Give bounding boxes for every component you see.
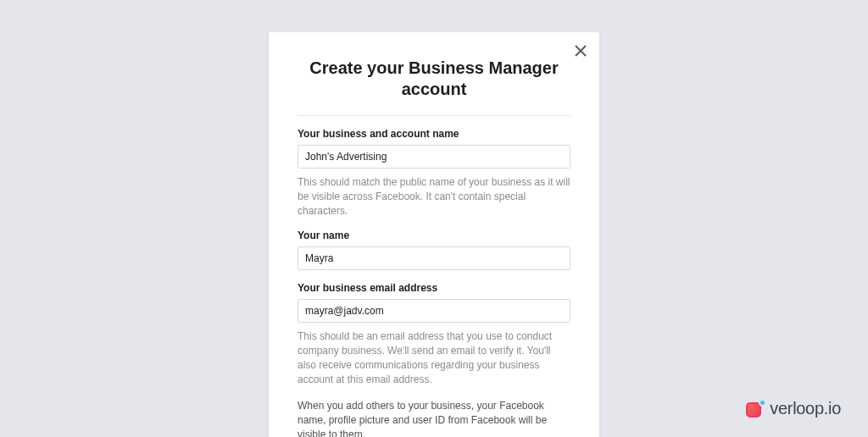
business-name-input[interactable]	[298, 145, 570, 169]
business-name-label: Your business and account name	[298, 128, 570, 140]
brand-watermark: verloop.io	[746, 399, 841, 418]
disclosure-text: When you add others to your business, yo…	[298, 399, 570, 437]
your-name-field-group: Your name	[298, 230, 570, 270]
modal-title: Create your Business Manager account	[298, 58, 570, 100]
brand-name: verloop.io	[770, 399, 841, 418]
business-email-input[interactable]	[298, 299, 570, 323]
close-icon	[575, 45, 587, 57]
business-email-field-group: Your business email address This should …	[298, 282, 570, 386]
close-button[interactable]	[572, 42, 589, 59]
modal-body: Create your Business Manager account You…	[269, 32, 599, 437]
divider	[298, 115, 570, 116]
business-name-field-group: Your business and account name This shou…	[298, 128, 570, 218]
business-email-label: Your business email address	[298, 282, 570, 294]
your-name-label: Your name	[298, 230, 570, 241]
verloop-logo-icon	[746, 400, 765, 418]
your-name-input[interactable]	[298, 246, 570, 270]
business-name-help: This should match the public name of you…	[298, 175, 570, 218]
create-business-modal: Create your Business Manager account You…	[269, 32, 599, 437]
business-email-help: This should be an email address that you…	[298, 329, 570, 386]
